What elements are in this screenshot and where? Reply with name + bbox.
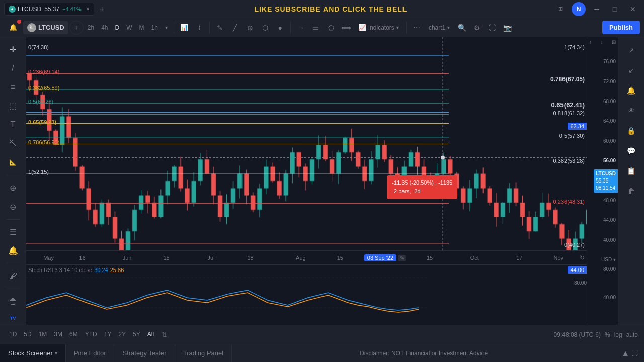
- stoch-label: Stoch RSI 3 3 14 10 close 30.24 25.86: [28, 267, 124, 273]
- arrow-tool[interactable]: →: [294, 21, 308, 35]
- btn-compare[interactable]: ⇅: [158, 330, 170, 340]
- draw-line-icon[interactable]: /: [4, 60, 22, 76]
- tf-dropdown[interactable]: ▾: [162, 24, 171, 31]
- browser-icons: ⊞ N ─ □ ✕: [553, 2, 640, 16]
- poly-tool[interactable]: ⬠: [324, 21, 338, 35]
- chart-name[interactable]: chart1 ▾: [425, 22, 454, 33]
- btn-1m[interactable]: 1M: [36, 330, 50, 340]
- tab-pine-editor[interactable]: Pine Editor: [66, 344, 115, 363]
- date-15-sep: 15: [427, 255, 433, 261]
- btn-all[interactable]: All: [144, 330, 157, 340]
- measure-tool[interactable]: ⟺: [339, 21, 353, 35]
- text-icon[interactable]: T: [4, 117, 22, 133]
- trash-icon[interactable]: 🗑: [4, 293, 22, 310]
- footer-tabs: Stock Screener ▾ Pine Editor Strategy Te…: [0, 344, 644, 362]
- btn-3m[interactable]: 3M: [51, 330, 65, 340]
- tab-strategy-tester[interactable]: Strategy Tester: [114, 344, 175, 363]
- snapshot-button[interactable]: 📷: [500, 21, 514, 35]
- symbol-selector[interactable]: Ł LTCUSD: [23, 21, 68, 34]
- indicators-button[interactable]: 📈 Indicators ▾: [354, 22, 403, 33]
- current-price-tag: LTCUSD 55.35 08:11:54: [594, 169, 618, 193]
- btn-2y[interactable]: 2Y: [115, 330, 129, 340]
- watchlist-icon[interactable]: ☰: [4, 224, 22, 240]
- dot-tool[interactable]: ●: [273, 21, 287, 35]
- pen-tool[interactable]: ✎: [213, 21, 227, 35]
- measure-icon[interactable]: 📐: [4, 154, 22, 171]
- restore-icon[interactable]: ⊞: [553, 2, 568, 16]
- ps-usd: USD ▾: [589, 257, 616, 262]
- tab-change: +4.41%: [62, 6, 82, 12]
- minimize-icon[interactable]: ─: [590, 2, 604, 16]
- brush-icon[interactable]: 🖌: [4, 267, 22, 284]
- rs-copy-icon[interactable]: 📋: [622, 162, 640, 180]
- date-jul: Jul: [208, 255, 215, 261]
- search-button[interactable]: 🔍: [455, 21, 469, 35]
- more-tools[interactable]: ⋯: [410, 21, 424, 35]
- tab-trading-panel[interactable]: Trading Panel: [175, 344, 232, 363]
- chart-type-bar[interactable]: 📊: [177, 21, 191, 35]
- ps-64: 64.00: [589, 118, 616, 124]
- zoom-in-icon[interactable]: ⊕: [4, 179, 22, 196]
- rs-cursor-icon[interactable]: ↗: [622, 41, 640, 59]
- tf-1h[interactable]: 1h: [148, 23, 160, 32]
- zoom-out-icon[interactable]: ⊖: [4, 198, 22, 215]
- line-tool[interactable]: ╱: [228, 21, 242, 35]
- rs-chat-icon[interactable]: 💬: [622, 142, 640, 160]
- crosshair-tool[interactable]: ⊕: [243, 21, 257, 35]
- rs-eye-icon[interactable]: 👁: [622, 102, 640, 120]
- btn-5d[interactable]: 5D: [21, 330, 34, 340]
- alert-icon[interactable]: 🔔: [4, 19, 22, 37]
- btn-6m[interactable]: 6M: [66, 330, 81, 340]
- tf-2h[interactable]: 2h: [85, 23, 97, 32]
- stoch-chart: [26, 275, 618, 315]
- close-icon[interactable]: ✕: [626, 2, 640, 16]
- rs-trash-icon[interactable]: 🗑: [622, 182, 640, 200]
- chart-type-line[interactable]: ⌇: [192, 21, 206, 35]
- rs-alert-icon[interactable]: 🔔: [622, 81, 640, 100]
- date-edit-icon[interactable]: ✎: [398, 255, 406, 261]
- expand-icon: ▲: [621, 349, 629, 358]
- publish-button[interactable]: Publish: [602, 21, 640, 34]
- footer-expand-button[interactable]: ▲ ⛶: [615, 349, 644, 358]
- tf-4h[interactable]: 4h: [98, 23, 111, 32]
- btn-5y[interactable]: 5Y: [130, 330, 143, 340]
- crosshair-icon[interactable]: ✛: [4, 41, 22, 58]
- date-sep[interactable]: 03 Sep '22 ✎: [364, 255, 406, 261]
- rect-tool[interactable]: ▭: [309, 21, 323, 35]
- chart-area[interactable]: Stoch RSI 3 3 14 10 close 30.24 25.86 80…: [26, 37, 618, 325]
- current-price-value: 55.35: [596, 177, 616, 185]
- percent-label[interactable]: %: [605, 331, 610, 338]
- maximize-icon[interactable]: □: [608, 2, 622, 16]
- settings-button[interactable]: ⚙: [470, 21, 484, 35]
- date-scroll-icon[interactable]: ↻: [580, 254, 585, 261]
- btn-1d[interactable]: 1D: [6, 330, 20, 340]
- tf-m[interactable]: M: [136, 23, 147, 32]
- left-sidebar-separator-2: [6, 219, 20, 220]
- tf-d[interactable]: D: [112, 23, 122, 32]
- price-scale-controls[interactable]: ↑ ↓ ⊞: [589, 39, 616, 45]
- user-avatar[interactable]: N: [572, 2, 586, 16]
- tab-close-icon[interactable]: ✕: [86, 6, 90, 12]
- rs-down-icon[interactable]: ↙: [622, 61, 640, 79]
- btn-1y[interactable]: 1Y: [101, 330, 115, 340]
- draw-tools-icon[interactable]: ≡: [4, 79, 22, 96]
- date-selected[interactable]: 03 Sep '22: [364, 254, 396, 261]
- fullscreen-button[interactable]: ⛶: [485, 21, 499, 35]
- tab-stock-screener-arrow: ▾: [55, 350, 57, 356]
- circle-tool[interactable]: ⬡: [258, 21, 272, 35]
- left-sidebar-separator: [6, 175, 20, 175]
- shapes-icon[interactable]: ⬚: [4, 98, 22, 114]
- browser-tab[interactable]: ▲ LTCUSD 55.37 +4.41% ✕: [4, 3, 94, 16]
- tf-w[interactable]: W: [123, 23, 135, 32]
- btn-ytd[interactable]: YTD: [82, 330, 100, 340]
- fib-icon[interactable]: ⛏: [4, 135, 22, 152]
- auto-label[interactable]: auto: [626, 331, 638, 338]
- log-label[interactable]: log: [614, 331, 622, 338]
- new-tab-button[interactable]: +: [96, 3, 108, 15]
- tab-stock-screener[interactable]: Stock Screener ▾: [0, 344, 66, 363]
- price-tag-62: 62.34: [568, 123, 587, 130]
- rs-lock-icon[interactable]: 🔒: [622, 122, 640, 140]
- add-symbol-button[interactable]: +: [69, 21, 84, 35]
- alerts-icon[interactable]: 🔔: [4, 242, 22, 259]
- date-aug: Aug: [296, 255, 306, 261]
